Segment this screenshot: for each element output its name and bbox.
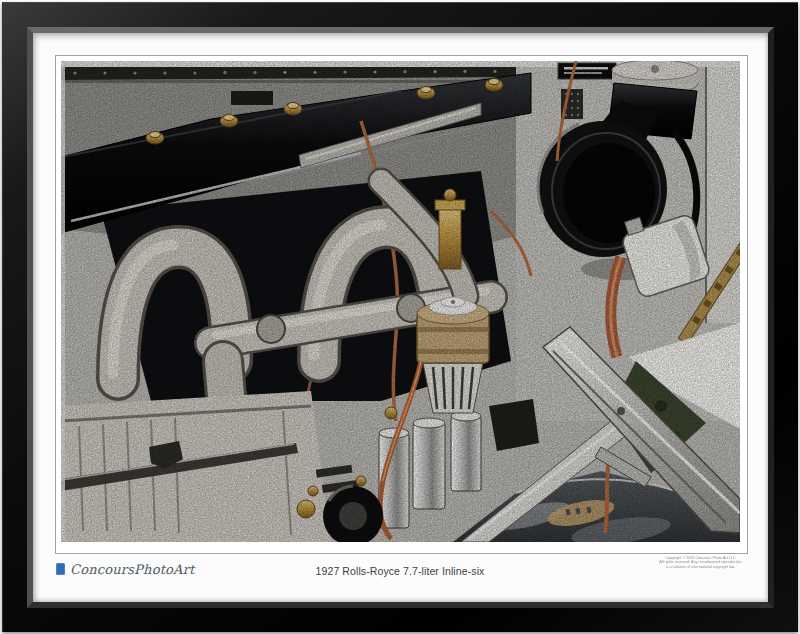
framed-art-print: ConcoursPhotoArt 1927 Rolls-Royce 7.7-li… (0, 0, 800, 634)
print-copyright: Copyright © 2023 Concours Photo Art LLC … (654, 556, 747, 569)
engine-photo-art (61, 61, 740, 542)
engine-photo (61, 61, 740, 542)
copyright-line-3: is a violation of international copyrigh… (654, 565, 747, 569)
